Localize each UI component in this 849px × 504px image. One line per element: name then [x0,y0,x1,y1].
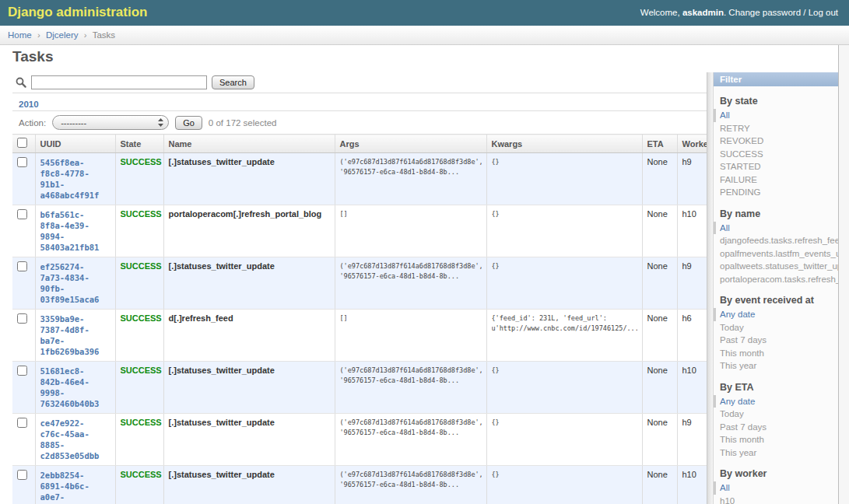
user-links-separator: / [801,8,809,17]
column-header-state[interactable]: State [115,135,163,153]
args-cell: ('e97c687d13d87f614a6d81768d8f3d8e','965… [335,153,486,205]
welcome-text: Welcome, [640,8,682,17]
filter-option[interactable]: This year [714,359,838,373]
row-checkbox[interactable] [17,418,27,428]
breadcrumb-separator: › [32,30,46,40]
filter-option[interactable]: Any date [714,395,838,408]
search-input[interactable] [31,75,207,89]
row-checkbox[interactable] [17,157,27,167]
task-name: [.]statuses_twitter_update [163,466,335,504]
uuid-link[interactable]: 5456f8ea-f8c8-4778-91b1-a468abc4f91f [40,157,111,201]
filter-option[interactable]: portaloperacom.tasks.refresh_p [714,273,838,286]
change-password-link[interactable]: Change password [728,8,801,17]
select-arrows-icon [156,117,166,128]
action-select-value: --------- [61,118,86,128]
eta-cell: None [642,414,677,466]
uuid-link[interactable]: b6fa561c-8f8a-4e39-9894-58403a21fb81 [40,209,111,253]
action-select[interactable]: --------- [52,115,169,130]
filter-option[interactable]: Any date [714,308,838,321]
date-hierarchy-year-link[interactable]: 2010 [19,100,39,109]
results-scrollbar[interactable] [707,72,714,504]
filter-option[interactable]: All [714,222,838,235]
column-header-eta[interactable]: ETA [642,135,677,153]
kwargs-cell: {} [486,257,642,310]
filter-option[interactable]: PENDING [714,186,838,199]
state-badge: SUCCESS [115,466,163,504]
filter-option[interactable]: All [714,109,838,122]
args-cell: [] [335,310,486,362]
column-header-kwargs[interactable]: Kwargs [486,135,642,153]
window-scrollbar-track[interactable] [838,45,849,504]
uuid-link[interactable]: 3359ba9e-7387-4d8f-ba7e-1fb6269ba396 [40,313,111,357]
table-row: 5456f8ea-f8c8-4778-91b1-a468abc4f91fSUCC… [12,153,707,205]
filter-option[interactable]: Today [714,408,838,421]
args-cell: ('e97c687d13d87f614a6d81768d8f3d8e','965… [335,257,486,310]
search-toolbar: Search [12,72,707,93]
filter-option-list: Any dateTodayPast 7 daysThis monthThis y… [714,308,838,373]
row-select-cell [12,310,35,362]
row-select-cell [12,205,35,257]
filter-option[interactable]: REVOKED [714,135,838,148]
logout-link[interactable]: Log out [809,8,838,17]
column-header-worker[interactable]: Worker [677,135,707,153]
kwargs-cell: {'feed_id': 231L, 'feed_url':u'http://ww… [486,310,642,362]
uuid-link[interactable]: 2ebb8254-6891-4b6c-a0e7-1ab90c404097 [40,470,111,504]
filter-option[interactable]: RETRY [714,122,838,135]
args-cell: ('e97c687d13d87f614a6d81768d8f3d8e','965… [335,414,486,466]
row-checkbox[interactable] [17,261,27,271]
filter-option[interactable]: Past 7 days [714,421,838,434]
header-bar: Django administration Welcome, askadmin.… [0,0,849,26]
uuid-cell: 5456f8ea-f8c8-4778-91b1-a468abc4f91f [35,153,115,205]
filter-option-list: Any dateTodayPast 7 daysThis monthThis y… [714,395,838,460]
action-label: Action: [19,118,46,128]
filter-option[interactable]: SUCCESS [714,148,838,161]
select-all-checkbox[interactable] [17,138,27,148]
uuid-cell: 3359ba9e-7387-4d8f-ba7e-1fb6269ba396 [35,310,115,362]
table-header-row: UUID State Name Args Kwargs ETA Worker [12,135,707,153]
uuid-link[interactable]: ce47e922-c76c-45aa-8885-c2d853e05dbb [40,418,111,461]
breadcrumb-item-home[interactable]: Home [8,30,32,40]
filter-option[interactable]: STARTED [714,160,838,173]
filter-option[interactable]: This year [714,446,838,460]
row-checkbox[interactable] [17,313,27,324]
uuid-link[interactable]: ef256274-7a73-4834-90fb-03f89e15aca6 [40,261,111,305]
row-checkbox[interactable] [17,366,27,376]
results-table: UUID State Name Args Kwargs ETA Worker 5… [12,134,707,504]
filter-option[interactable]: FAILURE [714,173,838,187]
filter-option[interactable]: Past 7 days [714,334,838,347]
kwargs-cell: {} [486,362,642,414]
worker-cell: h9 [677,257,707,310]
breadcrumb-item-djcelery[interactable]: Djcelery [46,30,79,40]
filter-section-title: By name [720,208,832,219]
filter-option[interactable]: All [714,481,838,495]
filter-panel: Filter By stateAllRETRYREVOKEDSUCCESSSTA… [714,72,838,504]
column-header-uuid[interactable]: UUID [35,135,115,153]
state-badge: SUCCESS [115,257,163,310]
column-header-name[interactable]: Name [163,135,335,153]
go-button[interactable]: Go [175,116,202,130]
column-header-args[interactable]: Args [335,135,486,153]
table-row: b6fa561c-8f8a-4e39-9894-58403a21fb81SUCC… [12,205,707,257]
filter-option-list: Alldjangofeeds.tasks.refresh_feedopalfme… [714,222,838,286]
eta-cell: None [642,153,677,205]
row-checkbox[interactable] [17,209,27,219]
search-button[interactable]: Search [212,75,254,89]
filter-option[interactable]: opaltweets.statuses_twitter_upd [714,260,838,273]
args-cell: ('e97c687d13d87f614a6d81768d8f3d8e','965… [335,466,486,504]
site-title[interactable]: Django administration [8,5,147,20]
select-all-header [12,135,35,153]
eta-cell: None [642,362,677,414]
filter-option[interactable]: Today [714,321,838,334]
filter-option[interactable]: djangofeeds.tasks.refresh_feed [714,234,838,247]
filter-sections: By stateAllRETRYREVOKEDSUCCESSSTARTEDFAI… [714,96,838,504]
worker-cell: h9 [677,153,707,205]
table-row: 2ebb8254-6891-4b6c-a0e7-1ab90c404097SUCC… [12,466,707,504]
row-checkbox[interactable] [17,470,27,480]
filter-option[interactable]: h10 [714,495,838,504]
filter-option[interactable]: This month [714,347,838,360]
uuid-link[interactable]: 51681ec8-842b-46e4-9998-7632460b40b3 [40,366,111,409]
table-row: 51681ec8-842b-46e4-9998-7632460b40b3SUCC… [12,362,707,414]
filter-option[interactable]: opalfmevents.lastfm_events_upd [714,247,838,261]
filter-option-list: Allh10h8h6 [714,481,838,504]
filter-option[interactable]: This month [714,433,838,446]
